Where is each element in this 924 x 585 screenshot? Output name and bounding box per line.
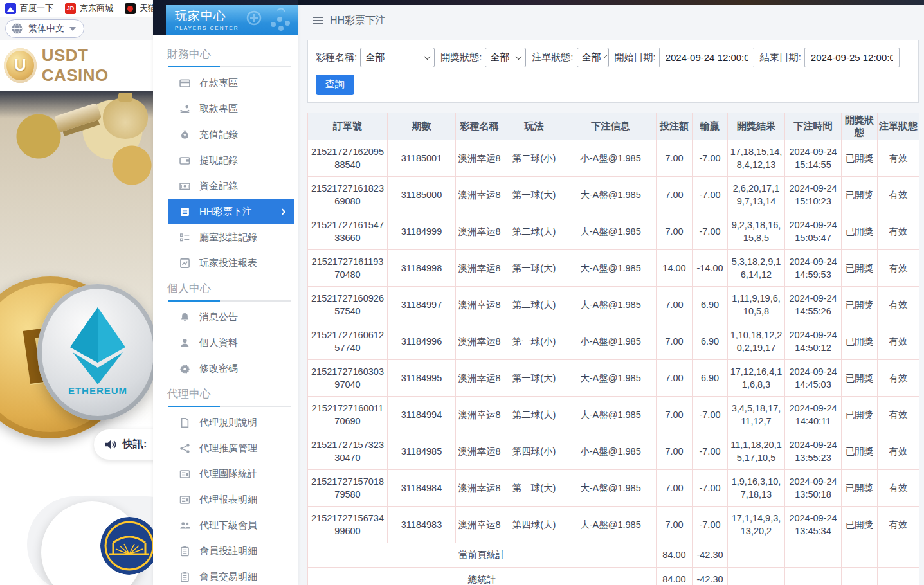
cell-draw-status: 已開獎 [842, 323, 878, 360]
sidebar-section-heading: 財務中心 [167, 47, 298, 62]
sidebar-item-label: 取款專區 [199, 103, 238, 115]
chevron-down-icon [516, 53, 522, 60]
gamepad-icon [240, 6, 294, 35]
draw-status-filter-label: 開獎狀態: [440, 51, 482, 64]
cell-bet-amount: 7.00 [657, 507, 693, 543]
table-summary-row: 總統計 84.00 -42.30 [308, 568, 919, 585]
cell-issue: 31184984 [388, 470, 456, 507]
sidebar-item-label: 代理規則說明 [199, 417, 257, 429]
lottery-select[interactable]: 全部 [360, 48, 435, 68]
ethereum-diamond-icon [70, 307, 125, 384]
cell-draw-result: 1,10,18,12,20,2,19,17 [728, 323, 785, 360]
sidebar-item-0-3[interactable]: 提現記錄 [168, 147, 294, 173]
summary-win-loss-total: -42.30 [693, 543, 728, 568]
language-label: 繁体中文 [28, 23, 64, 35]
sidebar-banner: 玩家中心 PLAYERS CENTER [166, 5, 298, 35]
sidebar-item-label: 代理團隊統計 [199, 468, 257, 480]
cell-play-type: 第二球(大) [503, 470, 565, 507]
sidebar-item-0-1[interactable]: 取款專區 [168, 96, 294, 122]
lottery-filter-label: 彩種名稱: [316, 51, 357, 64]
sidebar-item-0-4[interactable]: 資金記錄 [168, 173, 294, 199]
cell-draw-status: 已開獎 [842, 397, 878, 433]
end-date-label: 結束日期: [760, 51, 801, 64]
sidebar-item-1-0[interactable]: 消息公告 [168, 304, 294, 330]
sidebar-item-0-2[interactable]: 充值記錄 [168, 122, 294, 147]
sidebar-item-1-1[interactable]: 個人資料 [168, 330, 294, 356]
baidu-icon [5, 3, 16, 14]
order-status-select[interactable]: 全部 [577, 48, 609, 68]
column-header: 訂單號 [308, 113, 388, 140]
bridge-logo-icon[interactable] [100, 517, 153, 575]
cell-order-status: 有效 [878, 397, 919, 433]
table-row: 2152172716209588540 31185001 澳洲幸运8 第二球(小… [308, 140, 919, 177]
sidebar: 玩家中心 PLAYERS CENTER 財務中心 存款專區 取款專區 充值記錄 [153, 0, 298, 585]
ethereum-coin-image: ETHEREUM [37, 284, 153, 420]
cell-lottery-name: 澳洲幸运8 [456, 470, 503, 507]
draw-status-select[interactable]: 全部 [485, 48, 526, 68]
bookmark-item[interactable]: 天猫 [125, 3, 153, 14]
column-header: 彩種名稱 [456, 113, 503, 140]
sidebar-item-1-2[interactable]: 修改密碼 [168, 356, 294, 381]
cell-order-no: 2152172715673499600 [308, 507, 388, 543]
cell-bet-amount: 7.00 [657, 360, 693, 397]
bets-table-wrap: 訂單號期數彩種名稱玩法下注信息投注額輸贏開獎結果下注時間開獎狀態注單狀態 215… [307, 113, 919, 585]
page-header: HH彩票下注 [298, 5, 924, 36]
cell-order-no: 2152172715701879580 [308, 470, 388, 507]
language-selector[interactable]: 繁体中文 [5, 19, 84, 38]
table-row: 2152172716154733660 31184999 澳洲幸运8 第二球(大… [308, 213, 919, 250]
gavel-image [54, 103, 102, 132]
sidebar-item-label: 廳室投註記錄 [199, 231, 257, 244]
sidebar-item-2-4[interactable]: 代理下級會員 [168, 512, 294, 538]
menu-toggle-icon[interactable] [313, 17, 323, 24]
sidebar-item-2-5[interactable]: 會員投註明細 [168, 538, 294, 564]
cell-lottery-name: 澳洲幸运8 [456, 507, 503, 543]
sidebar-item-2-2[interactable]: 代理團隊統計 [168, 461, 294, 487]
start-date-input[interactable] [659, 48, 754, 68]
sidebar-item-2-0[interactable]: 代理規則說明 [168, 410, 294, 435]
cell-play-type: 第四球(小) [503, 433, 565, 470]
bookmark-item[interactable]: JD京东商城 [65, 3, 113, 14]
sidebar-section-divider [168, 66, 291, 68]
cell-order-status: 有效 [878, 250, 919, 287]
column-header: 輸贏 [693, 113, 728, 140]
cell-order-no: 2152172716119370480 [308, 250, 388, 287]
bell-icon [179, 312, 190, 323]
search-button[interactable]: 查詢 [316, 75, 354, 94]
chevron-down-icon [69, 27, 76, 31]
bookmark-item[interactable]: 百度一下 [5, 3, 53, 14]
end-date-input[interactable] [804, 48, 900, 68]
sidebar-item-0-0[interactable]: 存款專區 [168, 70, 294, 96]
cell-order-status: 有效 [878, 323, 919, 360]
sidebar-item-label: 消息公告 [199, 311, 238, 323]
document-icon [179, 206, 190, 217]
sidebar-item-label: 資金記錄 [199, 180, 238, 192]
sidebar-item-2-1[interactable]: 代理推廣管理 [168, 435, 294, 461]
sidebar-item-2-3[interactable]: 代理報表明細 [168, 487, 294, 512]
sidebar-item-label: 提現記錄 [199, 154, 238, 166]
sidebar-item-label: 代理推廣管理 [199, 442, 257, 455]
banknote-icon [179, 181, 190, 192]
brand-name: USDT CASINO [42, 46, 153, 86]
sidebar-item-2-6[interactable]: 會員交易明細 [168, 564, 294, 585]
cell-order-status: 有效 [878, 213, 919, 250]
sidebar-item-0-6[interactable]: 廳室投註記錄 [168, 224, 294, 250]
cell-draw-status: 已開獎 [842, 287, 878, 323]
cell-lottery-name: 澳洲幸运8 [456, 250, 503, 287]
sidebar-item-label: 修改密碼 [199, 363, 238, 375]
cell-bet-info: 大-A盤@1.985 [565, 287, 657, 323]
cell-bet-time: 2024-09-24 14:59:53 [785, 250, 842, 287]
sidebar-item-0-7[interactable]: 玩家投注報表 [168, 250, 294, 276]
cell-bet-time: 2024-09-24 14:40:11 [785, 397, 842, 433]
table-row: 2152172716001170690 31184994 澳洲幸运8 第二球(大… [308, 397, 919, 433]
brand-strip: U USDT CASINO [0, 40, 153, 91]
background-site-panel: 百度一下 JD京东商城 天猫 繁体中文 U USDT CASINO B ETHE… [0, 0, 153, 585]
sidebar-item-0-5[interactable]: HH彩票下注 [168, 199, 294, 224]
sidebar-item-label: 個人資料 [199, 337, 238, 349]
cell-bet-time: 2024-09-24 13:55:23 [785, 433, 842, 470]
cell-bet-info: 小-A盤@1.985 [565, 433, 657, 470]
cell-play-type: 第二球(大) [503, 287, 565, 323]
cell-order-no: 2152172716182369080 [308, 177, 388, 213]
sidebar-section-heading: 個人中心 [167, 281, 298, 296]
cell-lottery-name: 澳洲幸运8 [456, 177, 503, 213]
cell-bet-amount: 7.00 [657, 140, 693, 177]
